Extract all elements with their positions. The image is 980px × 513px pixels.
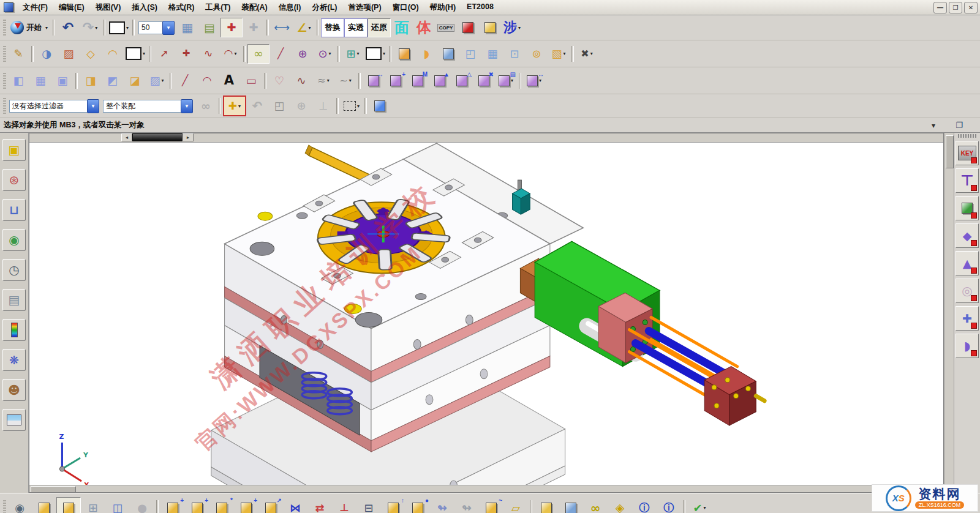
through-mesh-icon[interactable]: ▦	[29, 71, 51, 91]
toolbar-grip[interactable]	[3, 500, 6, 513]
divide-curve-icon[interactable]: ✚	[175, 44, 197, 64]
block-icon[interactable]	[437, 44, 459, 64]
explode-assembly-icon[interactable]: ↑	[381, 497, 405, 513]
spline-poly-icon[interactable]: ≈▾	[312, 71, 334, 91]
arc-icon[interactable]: ⊙▾	[314, 44, 336, 64]
n-sided-surface-icon[interactable]: ◪	[124, 71, 146, 91]
viewport-vscrollbar[interactable]	[944, 133, 954, 493]
handle-gray-icon[interactable]: ⊥	[312, 96, 334, 116]
scroll-left-icon[interactable]: ◄	[121, 133, 132, 141]
menu-et2008[interactable]: ET2008	[461, 1, 499, 14]
measure-angle-icon[interactable]: ∠▾	[293, 18, 315, 37]
part-sprue-icon[interactable]: ✚	[956, 306, 979, 331]
bounded-plane-icon[interactable]: ▣	[51, 71, 74, 91]
inactive-part-icon[interactable]: ●	[130, 497, 154, 513]
toolbar-grip[interactable]	[3, 46, 6, 62]
toolbar-grip[interactable]	[3, 73, 6, 89]
toolbar-grip[interactable]	[3, 20, 6, 36]
menu-tools[interactable]: 工具(T)	[200, 1, 236, 14]
banded-block-icon[interactable]: ▦	[481, 44, 503, 64]
fit-spline-icon[interactable]: ~▾	[334, 71, 356, 91]
measure-assembly-icon[interactable]: ↔▾	[523, 71, 545, 91]
variant-cube-icon[interactable]	[534, 497, 559, 513]
rectangle-icon[interactable]: ▭	[240, 71, 262, 91]
hole-icon[interactable]: ⊡	[503, 44, 526, 64]
move-to-layer-icon[interactable]: ▤	[198, 18, 221, 37]
translucent-button[interactable]: 实透	[344, 18, 368, 37]
swept-surface-icon[interactable]: ◨	[80, 71, 102, 91]
replace-button[interactable]: 替换	[321, 18, 344, 37]
frame-block-icon[interactable]: ▧▾	[548, 44, 570, 64]
line-icon[interactable]: ╱	[270, 44, 292, 64]
open-window-icon[interactable]	[32, 497, 56, 513]
wcs-dynamics-icon[interactable]: ✚	[221, 18, 243, 37]
promote-body-icon[interactable]: ●	[405, 497, 430, 513]
snap-point-icon[interactable]: ✚▾	[223, 95, 246, 116]
history-icon[interactable]: ◷	[2, 259, 26, 281]
layer-combo[interactable]: 50▼	[138, 21, 175, 34]
part-bushing-icon[interactable]: ◎	[956, 279, 979, 303]
circle-icon[interactable]: ⊕	[292, 44, 314, 64]
datum-plane-icon[interactable]: ◇	[80, 44, 102, 64]
frame-cube-icon[interactable]	[559, 497, 583, 513]
shaded-cube-icon[interactable]	[369, 96, 391, 116]
split-body-icon[interactable]: ◑	[36, 44, 58, 64]
plane-tool-icon[interactable]: ▾	[124, 44, 147, 64]
restore-button[interactable]: ❐	[949, 2, 962, 13]
viewport-hscrollbar-top[interactable]: ◄ ►	[29, 133, 943, 143]
fillet-curve-icon[interactable]: ∿	[197, 44, 219, 64]
feature-dimension-icon[interactable]: ✖▾	[576, 44, 598, 64]
status-dropdown-icon[interactable]: ▾	[922, 116, 944, 135]
menu-view[interactable]: 视图(V)	[90, 1, 127, 14]
interference-button[interactable]: 涉▾	[501, 18, 523, 37]
roles-icon[interactable]: ☻	[2, 379, 26, 401]
interference-check-icon[interactable]: ⊥	[332, 497, 356, 513]
move-component-icon[interactable]: ↔	[363, 71, 385, 91]
find-assembly-icon[interactable]: ∞	[195, 96, 217, 116]
menu-edit[interactable]: 编辑(E)	[53, 1, 90, 14]
deform-part-icon[interactable]: ~	[479, 497, 503, 513]
stylized-profile-icon[interactable]: ♡	[268, 71, 290, 91]
mirror-assembly-icon[interactable]: ⋈	[283, 497, 307, 513]
viewport-hscrollbar-bottom[interactable]	[29, 485, 943, 492]
ruled-surface-icon[interactable]: ◧	[7, 71, 29, 91]
red-cube-icon[interactable]	[457, 18, 479, 37]
edit-arc-icon[interactable]: ◠▾	[219, 44, 241, 64]
cylinder-end-block[interactable]	[704, 367, 764, 425]
menu-file[interactable]: 文件(F)	[17, 1, 53, 14]
boss-icon[interactable]: ⊚	[526, 44, 548, 64]
assembly-navigator-icon[interactable]: ▣	[2, 139, 26, 161]
minimize-button[interactable]: —	[933, 2, 947, 13]
part-ejector-icon[interactable]: ⊤	[956, 168, 979, 193]
mate-constraint-icon[interactable]: ▲	[429, 71, 451, 91]
part-navigator-icon[interactable]: ⊔	[2, 199, 26, 221]
swept-icon[interactable]: ◠	[102, 44, 124, 64]
3d-mold-model[interactable]: Z Y X	[29, 142, 943, 485]
layer-settings-icon[interactable]: ▦	[176, 18, 198, 37]
menu-assemblies[interactable]: 装配(A)	[236, 1, 273, 14]
key-palette-icon[interactable]: KEY	[956, 141, 979, 165]
menu-format[interactable]: 格式(R)	[163, 1, 200, 14]
wave-editor-icon[interactable]: ↬	[454, 497, 479, 513]
studio-surface-icon[interactable]: ▨▾	[146, 71, 168, 91]
web-browser-icon[interactable]: ◉	[2, 229, 26, 251]
menu-help[interactable]: 帮助(H)	[424, 1, 461, 14]
remember-constraints-icon[interactable]: ⊟	[356, 497, 381, 513]
trim-curve-icon[interactable]: ➚	[153, 44, 175, 64]
component-array-icon[interactable]: *	[209, 497, 234, 513]
unshell-icon[interactable]: ◰	[268, 96, 290, 116]
section-surface-icon[interactable]: ◩	[102, 71, 124, 91]
part-slider-icon[interactable]: ◆	[956, 223, 979, 248]
pattern-component2-icon[interactable]: ▤▾	[495, 71, 517, 91]
part-locating-icon[interactable]: ◗	[956, 334, 979, 358]
toolbar-grip[interactable]	[3, 98, 6, 114]
menu-insert[interactable]: 插入(S)	[126, 1, 163, 14]
scrollbar-thumb[interactable]	[132, 133, 183, 141]
wireframe-assembly-icon[interactable]: ⊞	[81, 497, 105, 513]
restore-button2[interactable]: 还原	[368, 18, 391, 37]
undo-gray-icon[interactable]: ↶	[246, 96, 268, 116]
shell-icon[interactable]: ◰	[459, 44, 481, 64]
start-button[interactable]: 开始▾	[7, 18, 51, 37]
close-button[interactable]: ✕	[964, 2, 978, 13]
boolean-unite-icon[interactable]: ⊞▾	[342, 44, 364, 64]
